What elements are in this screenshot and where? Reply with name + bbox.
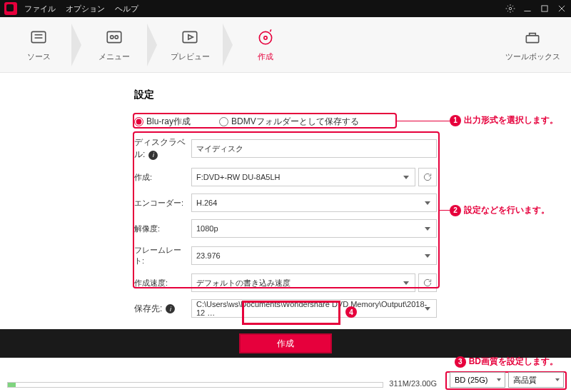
output-format-row: Blu-ray作成 BDMVフォルダーとして保存する [128, 113, 443, 131]
field-label: 作成: [134, 172, 191, 183]
panel-title: 設定 [128, 86, 443, 104]
toolbox-icon [523, 28, 542, 46]
source-icon [29, 28, 48, 46]
gear-icon[interactable] [505, 4, 515, 14]
disc-type-select[interactable]: BD (25G) [450, 372, 505, 388]
app-logo-icon [4, 2, 17, 15]
disc-label-input[interactable]: マイディスク [191, 139, 437, 158]
refresh-burner-button[interactable] [418, 168, 437, 186]
saveto-select[interactable]: C:\Users\ws\Documents\Wondershare DVD Me… [191, 299, 437, 318]
radio-bluray[interactable]: Blu-ray作成 [134, 116, 191, 128]
action-bar: 作成 [0, 329, 571, 358]
annotation-4: 4 [345, 306, 357, 318]
refresh-speed-button[interactable] [418, 273, 437, 292]
speed-select[interactable]: デフォルトの書き込み速度 [191, 273, 415, 292]
tab-toolbox[interactable]: ツールボックス [504, 24, 561, 66]
chevron-icon [147, 24, 157, 66]
size-text: 311M/23.00G [389, 379, 437, 388]
annotation-line [440, 210, 450, 211]
tab-label: メニュー [98, 51, 130, 62]
tab-menu[interactable]: メニュー [86, 24, 143, 66]
svg-rect-8 [107, 31, 121, 42]
framerate-row: フレームレート: 23.976 [128, 243, 443, 268]
menu-help[interactable]: ヘルプ [115, 4, 138, 14]
burn-icon [256, 28, 275, 46]
tab-label: プレビュー [171, 51, 210, 62]
quality-select[interactable]: 高品質 [508, 372, 564, 388]
tab-label: ソース [27, 51, 51, 62]
menu-icon [105, 28, 123, 46]
size-progress [7, 382, 383, 388]
chevron-icon [71, 24, 81, 66]
tab-burn[interactable]: 作成 [237, 24, 294, 66]
refresh-icon [423, 172, 433, 182]
tab-source[interactable]: ソース [10, 24, 67, 66]
burner-row: 作成: F:DVD+-RW DU-8A5LH [128, 166, 443, 188]
disc-label-row: ディスクラベル: i マイディスク [128, 135, 443, 162]
field-label: 解像度: [134, 223, 191, 234]
info-icon[interactable]: i [166, 304, 175, 313]
progress-fill [8, 383, 16, 387]
tab-label: ツールボックス [505, 51, 560, 62]
annotation-2: 2設定などを行います。 [450, 204, 550, 216]
title-bar: ファイル オプション ヘルプ [0, 0, 571, 17]
tab-label: 作成 [258, 51, 273, 62]
chevron-icon [223, 24, 233, 66]
footer: 311M/23.00G BD (25G) 高品質 [0, 359, 571, 392]
tab-preview[interactable]: プレビュー [161, 24, 218, 66]
refresh-icon [423, 278, 433, 288]
menu-option[interactable]: オプション [66, 4, 105, 14]
field-label: ディスクラベル: i [134, 136, 191, 161]
burner-select[interactable]: F:DVD+-RW DU-8A5LH [191, 168, 415, 186]
svg-rect-15 [526, 35, 538, 42]
svg-point-14 [264, 36, 267, 39]
svg-point-10 [115, 35, 118, 38]
resolution-select[interactable]: 1080p [191, 219, 437, 238]
field-label: 保存先: i [134, 303, 191, 315]
resolution-row: 解像度: 1080p [128, 218, 443, 239]
maximize-icon[interactable] [540, 4, 550, 14]
framerate-select[interactable]: 23.976 [191, 246, 437, 265]
menu-bar: ファイル オプション ヘルプ [24, 4, 138, 14]
encoder-select[interactable]: H.264 [191, 194, 437, 212]
radio-bdmv[interactable]: BDMVフォルダーとして保存する [219, 116, 359, 128]
preview-icon [181, 28, 199, 46]
burn-button[interactable]: 作成 [239, 333, 332, 353]
svg-point-9 [111, 35, 113, 38]
saveto-row: 保存先: i C:\Users\ws\Documents\Wondershare… [128, 298, 443, 319]
content-area: 設定 Blu-ray作成 BDMVフォルダーとして保存する ディスクラベル: i… [0, 73, 571, 358]
svg-marker-12 [188, 34, 193, 39]
field-label: エンコーダー: [134, 198, 191, 208]
svg-rect-2 [542, 6, 547, 11]
window-controls [505, 4, 567, 14]
speed-row: 作成速度: デフォルトの書き込み速度 [128, 272, 443, 293]
field-label: 作成速度: [134, 278, 191, 288]
encoder-row: エンコーダー: H.264 [128, 192, 443, 213]
svg-rect-11 [183, 31, 197, 42]
step-tabs: ソース メニュー プレビュー 作成 ツールボックス [0, 17, 571, 73]
svg-point-13 [259, 31, 271, 44]
menu-file[interactable]: ファイル [24, 4, 56, 14]
settings-panel: 設定 Blu-ray作成 BDMVフォルダーとして保存する ディスクラベル: i… [128, 86, 443, 319]
svg-point-0 [509, 7, 512, 10]
annotation-line [397, 121, 450, 121]
info-icon[interactable]: i [148, 151, 158, 160]
close-icon[interactable] [557, 4, 567, 14]
minimize-icon[interactable] [522, 4, 532, 14]
svg-rect-5 [31, 31, 46, 42]
field-label: フレームレート: [134, 245, 191, 266]
annotation-1: 1出力形式を選択します。 [450, 114, 558, 126]
